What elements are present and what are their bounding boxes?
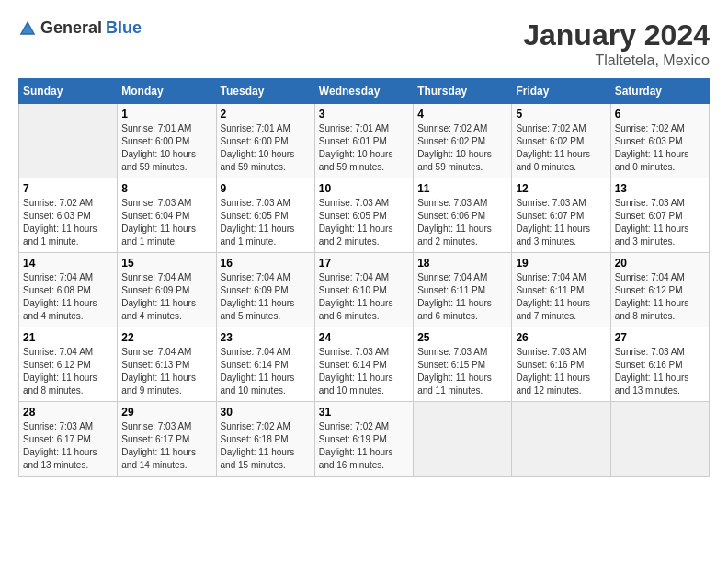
day-info: Sunrise: 7:04 AM Sunset: 6:09 PM Dayligh… <box>221 271 311 323</box>
day-number: 13 <box>615 182 705 195</box>
sunset-text: Sunset: 6:08 PM <box>23 285 91 295</box>
weekday-header: Monday <box>118 79 216 104</box>
calendar-cell: 19 Sunrise: 7:04 AM Sunset: 6:11 PM Dayl… <box>512 253 610 327</box>
sunset-text: Sunset: 6:07 PM <box>615 211 683 221</box>
daylight-text: Daylight: 11 hours and 12 minutes. <box>516 373 590 396</box>
calendar-cell: 17 Sunrise: 7:04 AM Sunset: 6:10 PM Dayl… <box>314 253 413 327</box>
day-number: 3 <box>319 108 409 121</box>
calendar-cell: 4 Sunrise: 7:02 AM Sunset: 6:02 PM Dayli… <box>414 104 512 178</box>
weekday-header: Saturday <box>610 79 709 104</box>
calendar-cell: 26 Sunrise: 7:03 AM Sunset: 6:16 PM Dayl… <box>512 327 610 402</box>
calendar-cell: 11 Sunrise: 7:03 AM Sunset: 6:06 PM Dayl… <box>414 178 512 253</box>
calendar-cell: 9 Sunrise: 7:03 AM Sunset: 6:05 PM Dayli… <box>216 178 314 253</box>
day-info: Sunrise: 7:03 AM Sunset: 6:04 PM Dayligh… <box>121 197 211 248</box>
day-info: Sunrise: 7:04 AM Sunset: 6:12 PM Dayligh… <box>615 271 705 323</box>
day-info: Sunrise: 7:02 AM Sunset: 6:19 PM Dayligh… <box>319 420 409 472</box>
daylight-text: Daylight: 11 hours and 2 minutes. <box>417 224 492 247</box>
day-info: Sunrise: 7:03 AM Sunset: 6:07 PM Dayligh… <box>516 197 606 248</box>
day-number: 9 <box>221 182 311 195</box>
weekday-header-row: SundayMondayTuesdayWednesdayThursdayFrid… <box>19 79 710 104</box>
sunrise-text: Sunrise: 7:03 AM <box>221 198 290 208</box>
logo-blue-text: Blue <box>106 18 142 38</box>
sunset-text: Sunset: 6:17 PM <box>23 434 91 444</box>
daylight-text: Daylight: 11 hours and 10 minutes. <box>319 373 393 396</box>
sunset-text: Sunset: 6:17 PM <box>121 434 189 444</box>
sunset-text: Sunset: 6:14 PM <box>221 360 289 370</box>
calendar-cell: 18 Sunrise: 7:04 AM Sunset: 6:11 PM Dayl… <box>414 253 512 327</box>
logo: General Blue <box>18 18 142 38</box>
sunset-text: Sunset: 6:14 PM <box>319 360 387 370</box>
calendar-cell: 14 Sunrise: 7:04 AM Sunset: 6:08 PM Dayl… <box>19 253 118 327</box>
day-info: Sunrise: 7:03 AM Sunset: 6:15 PM Dayligh… <box>417 346 507 397</box>
day-number: 17 <box>319 257 409 270</box>
calendar-cell <box>512 402 610 477</box>
calendar-cell: 2 Sunrise: 7:01 AM Sunset: 6:00 PM Dayli… <box>216 104 314 178</box>
day-number: 23 <box>221 331 311 344</box>
calendar-cell: 27 Sunrise: 7:03 AM Sunset: 6:16 PM Dayl… <box>610 327 709 402</box>
day-info: Sunrise: 7:02 AM Sunset: 6:02 PM Dayligh… <box>516 122 606 174</box>
calendar-cell: 8 Sunrise: 7:03 AM Sunset: 6:04 PM Dayli… <box>118 178 216 253</box>
calendar-cell: 10 Sunrise: 7:03 AM Sunset: 6:05 PM Dayl… <box>314 178 413 253</box>
day-number: 8 <box>121 182 211 195</box>
day-number: 19 <box>516 257 606 270</box>
sunrise-text: Sunrise: 7:03 AM <box>319 347 389 357</box>
calendar-week-row: 21 Sunrise: 7:04 AM Sunset: 6:12 PM Dayl… <box>19 327 710 402</box>
day-info: Sunrise: 7:02 AM Sunset: 6:03 PM Dayligh… <box>23 197 113 248</box>
day-number: 27 <box>615 331 705 344</box>
sunrise-text: Sunrise: 7:03 AM <box>417 198 487 208</box>
daylight-text: Daylight: 11 hours and 8 minutes. <box>615 298 689 321</box>
calendar-cell: 16 Sunrise: 7:04 AM Sunset: 6:09 PM Dayl… <box>216 253 314 327</box>
weekday-header: Sunday <box>19 79 118 104</box>
sunrise-text: Sunrise: 7:04 AM <box>121 272 191 282</box>
day-info: Sunrise: 7:03 AM Sunset: 6:07 PM Dayligh… <box>615 197 705 248</box>
sunrise-text: Sunrise: 7:02 AM <box>516 123 586 133</box>
sunset-text: Sunset: 6:07 PM <box>516 211 584 221</box>
sunrise-text: Sunrise: 7:04 AM <box>221 272 290 282</box>
daylight-text: Daylight: 11 hours and 8 minutes. <box>23 373 97 396</box>
sunset-text: Sunset: 6:00 PM <box>221 136 289 146</box>
sunset-text: Sunset: 6:05 PM <box>319 211 387 221</box>
calendar-cell: 21 Sunrise: 7:04 AM Sunset: 6:12 PM Dayl… <box>19 327 118 402</box>
subtitle: Tlaltetela, Mexico <box>523 52 710 69</box>
daylight-text: Daylight: 10 hours and 59 minutes. <box>121 149 196 172</box>
sunrise-text: Sunrise: 7:04 AM <box>121 347 191 357</box>
day-number: 25 <box>417 331 507 344</box>
sunrise-text: Sunrise: 7:03 AM <box>615 347 685 357</box>
calendar-cell: 7 Sunrise: 7:02 AM Sunset: 6:03 PM Dayli… <box>19 178 118 253</box>
day-info: Sunrise: 7:04 AM Sunset: 6:12 PM Dayligh… <box>23 346 113 397</box>
sunrise-text: Sunrise: 7:01 AM <box>121 123 191 133</box>
calendar-cell: 1 Sunrise: 7:01 AM Sunset: 6:00 PM Dayli… <box>118 104 216 178</box>
daylight-text: Daylight: 11 hours and 11 minutes. <box>417 373 492 396</box>
day-number: 28 <box>23 406 113 419</box>
day-info: Sunrise: 7:04 AM Sunset: 6:10 PM Dayligh… <box>319 271 409 323</box>
day-number: 14 <box>23 257 113 270</box>
calendar-header: SundayMondayTuesdayWednesdayThursdayFrid… <box>19 79 710 104</box>
day-info: Sunrise: 7:04 AM Sunset: 6:14 PM Dayligh… <box>221 346 311 397</box>
weekday-header: Thursday <box>414 79 512 104</box>
main-title: January 2024 <box>523 18 710 52</box>
sunset-text: Sunset: 6:09 PM <box>121 285 189 295</box>
day-number: 5 <box>516 108 606 121</box>
daylight-text: Daylight: 11 hours and 4 minutes. <box>121 298 196 321</box>
daylight-text: Daylight: 11 hours and 0 minutes. <box>615 149 689 172</box>
sunrise-text: Sunrise: 7:03 AM <box>417 347 487 357</box>
calendar-cell: 28 Sunrise: 7:03 AM Sunset: 6:17 PM Dayl… <box>19 402 118 477</box>
daylight-text: Daylight: 11 hours and 2 minutes. <box>319 224 393 247</box>
sunrise-text: Sunrise: 7:04 AM <box>615 272 685 282</box>
weekday-header: Tuesday <box>216 79 314 104</box>
day-info: Sunrise: 7:02 AM Sunset: 6:18 PM Dayligh… <box>221 420 311 472</box>
calendar-cell: 20 Sunrise: 7:04 AM Sunset: 6:12 PM Dayl… <box>610 253 709 327</box>
day-info: Sunrise: 7:03 AM Sunset: 6:14 PM Dayligh… <box>319 346 409 397</box>
daylight-text: Daylight: 11 hours and 3 minutes. <box>516 224 590 247</box>
sunset-text: Sunset: 6:09 PM <box>221 285 289 295</box>
daylight-text: Daylight: 11 hours and 1 minute. <box>23 224 97 247</box>
daylight-text: Daylight: 11 hours and 6 minutes. <box>319 298 393 321</box>
sunset-text: Sunset: 6:05 PM <box>221 211 289 221</box>
sunset-text: Sunset: 6:03 PM <box>615 136 683 146</box>
daylight-text: Daylight: 11 hours and 10 minutes. <box>221 373 295 396</box>
day-info: Sunrise: 7:01 AM Sunset: 6:01 PM Dayligh… <box>319 122 409 174</box>
calendar-cell: 29 Sunrise: 7:03 AM Sunset: 6:17 PM Dayl… <box>118 402 216 477</box>
sunset-text: Sunset: 6:15 PM <box>417 360 485 370</box>
day-number: 1 <box>121 108 211 121</box>
day-number: 18 <box>417 257 507 270</box>
